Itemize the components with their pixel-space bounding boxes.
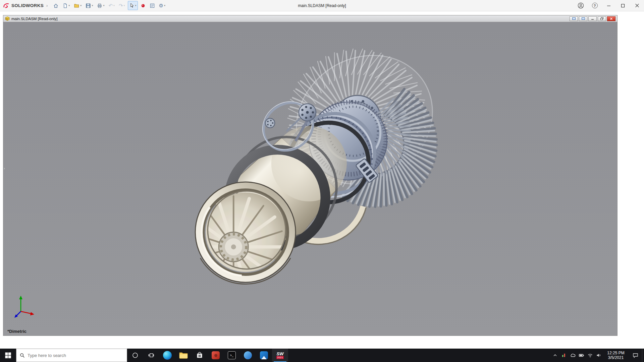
tray-battery[interactable] — [577, 349, 586, 362]
hidden-icons-button[interactable] — [551, 349, 559, 362]
dropdown-arrow-icon[interactable]: ▾ — [135, 4, 137, 7]
taskbar-app-red[interactable] — [208, 349, 224, 362]
maximize-button[interactable] — [616, 0, 630, 11]
pane-button-1[interactable] — [570, 16, 578, 21]
notification-icon — [633, 353, 638, 358]
search-input[interactable] — [28, 353, 115, 358]
dropdown-arrow-icon: ▾ — [124, 4, 125, 7]
minimize-icon — [607, 4, 611, 8]
open-button[interactable]: ▾ — [72, 1, 83, 10]
action-center-button[interactable] — [629, 349, 642, 362]
exhaust-nozzle[interactable] — [183, 182, 296, 298]
minimize-icon — [591, 17, 594, 20]
bolt-dot — [305, 106, 307, 108]
blade-line — [384, 174, 384, 205]
engine-3d-model[interactable] — [3, 22, 617, 336]
system-tray: 12:25 PM 3/5/2021 — [551, 349, 644, 362]
photos-icon — [260, 351, 268, 359]
red-app-icon — [212, 351, 220, 359]
tray-onedrive[interactable] — [568, 349, 577, 362]
pane-button-2[interactable] — [579, 16, 587, 21]
dropdown-arrow-icon: ▾ — [113, 4, 115, 7]
taskbar-search[interactable] — [16, 349, 127, 362]
bolt-dot — [312, 111, 314, 113]
taskbar: >_ SW 2021 — [0, 349, 644, 362]
taskbar-app-store[interactable] — [192, 349, 208, 362]
cortana-icon — [132, 352, 139, 359]
new-document-icon — [63, 3, 68, 8]
tray-resource-monitor[interactable] — [559, 349, 568, 362]
taskbar-clock[interactable]: 12:25 PM 3/5/2021 — [603, 349, 629, 362]
bolt-dot — [270, 120, 271, 121]
bolt-dot — [272, 122, 273, 124]
doc-restore-button[interactable] — [598, 16, 606, 21]
options-button[interactable]: ⚙ ▾ — [158, 1, 167, 10]
close-icon — [610, 17, 613, 20]
document-title: main.SLDASM [Read-only] — [11, 17, 57, 21]
task-view-button[interactable] — [143, 349, 159, 362]
save-button[interactable]: ▾ — [84, 1, 94, 10]
select-arrow-icon — [129, 3, 135, 8]
new-document-button[interactable]: ▾ — [61, 1, 71, 10]
bolt-dot — [310, 116, 312, 118]
open-folder-icon — [74, 3, 79, 8]
doc-minimize-button[interactable] — [588, 16, 597, 21]
show-desktop-button[interactable] — [642, 349, 644, 362]
wifi-icon — [587, 353, 593, 358]
dropdown-arrow-icon[interactable]: ▾ — [103, 4, 104, 7]
app-titlebar: SOLIDWORKS › ▾ ▾ ▾ — [0, 0, 644, 11]
taskbar-app-edge[interactable] — [159, 349, 175, 362]
bolt-dot — [301, 109, 303, 111]
bolt-dot — [305, 117, 307, 119]
print-button[interactable]: ▾ — [96, 1, 106, 10]
document-window: main.SLDASM [Read-only] — [3, 15, 618, 336]
bolt-dot — [310, 107, 312, 109]
taskbar-app-solidworks[interactable]: SW 2021 — [272, 349, 288, 362]
select-tool-button[interactable]: ▾ — [128, 1, 138, 10]
assembly-cube-icon — [5, 16, 10, 21]
home-button[interactable] — [52, 1, 60, 10]
redo-icon: ↷ — [119, 3, 123, 8]
doc-close-button[interactable] — [607, 16, 615, 21]
tray-network[interactable] — [586, 349, 594, 362]
close-button[interactable] — [630, 0, 644, 11]
mouse-gesture-button[interactable] — [139, 1, 147, 10]
tray-volume[interactable] — [594, 349, 603, 362]
cortana-button[interactable] — [127, 349, 143, 362]
maximize-icon — [621, 4, 625, 8]
document-window-buttons — [570, 16, 615, 21]
taskbar-app-blue[interactable] — [240, 349, 256, 362]
dropdown-arrow-icon[interactable]: ▾ — [164, 4, 165, 7]
blue-app-icon — [244, 351, 252, 359]
solidworks-logo: SOLIDWORKS — [0, 3, 45, 8]
dropdown-arrow-icon[interactable]: ▾ — [80, 4, 82, 7]
search-icon — [20, 353, 25, 358]
taskbar-app-photos[interactable] — [256, 349, 272, 362]
graphics-viewport[interactable]: › *Dimetric — [3, 22, 617, 336]
menu-expand-chevron-icon[interactable]: › — [46, 3, 48, 8]
dropdown-arrow-icon[interactable]: ▾ — [92, 4, 93, 7]
featuremanager-flyout-arrow[interactable]: › — [4, 166, 5, 170]
taskbar-app-terminal[interactable]: >_ — [224, 349, 240, 362]
redo-button[interactable]: ↷ ▾ — [117, 1, 126, 10]
file-properties-icon — [150, 3, 155, 8]
undo-button[interactable]: ↶ ▾ — [107, 1, 116, 10]
account-button[interactable] — [574, 0, 588, 11]
blade-line — [387, 126, 410, 127]
minimize-button[interactable] — [602, 0, 616, 11]
restore-icon — [600, 17, 604, 20]
y-axis-arrow — [19, 296, 22, 299]
solidworks-icon: SW — [277, 352, 284, 356]
bolt-dot — [301, 114, 303, 116]
solidworks-year-badge: 2021 — [276, 356, 284, 359]
dropdown-arrow-icon[interactable]: ▾ — [68, 4, 70, 7]
bolt-dot — [267, 121, 268, 122]
exhaust-hub[interactable] — [219, 232, 248, 262]
x-axis-arrow — [30, 312, 34, 315]
file-properties-button[interactable] — [148, 1, 156, 10]
taskbar-app-file-explorer[interactable] — [175, 349, 192, 362]
start-button[interactable] — [0, 349, 16, 362]
help-icon: ? — [592, 3, 598, 8]
help-button[interactable]: ? — [588, 0, 602, 11]
document-titlebar[interactable]: main.SLDASM [Read-only] — [3, 15, 617, 22]
